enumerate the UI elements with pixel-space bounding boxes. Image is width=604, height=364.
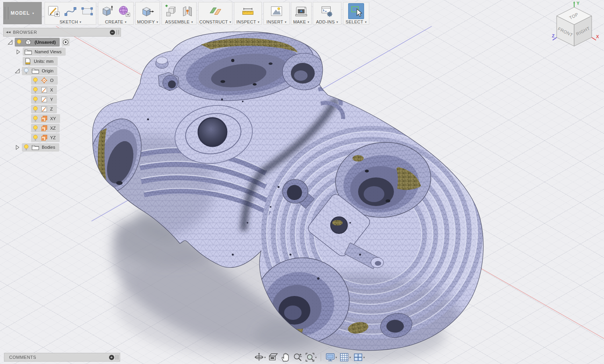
pan-button[interactable] (280, 352, 291, 363)
insert-button[interactable] (269, 3, 284, 19)
create-menu[interactable]: CREATE▾ (105, 19, 127, 24)
chevron-down-icon[interactable]: ▾ (363, 356, 365, 359)
chevron-down-icon[interactable]: ▾ (349, 356, 351, 359)
addins-button[interactable] (319, 3, 335, 19)
addins-menu[interactable]: ADD-INS▾ (316, 19, 338, 24)
tree-row-xy-plane[interactable]: XY (3, 114, 121, 123)
lightbulb-on-icon[interactable] (33, 96, 38, 103)
sketch-panel: SKETCH▾ (45, 2, 96, 25)
press-pull-button[interactable] (140, 3, 156, 19)
comments-panel-header[interactable]: COMMENTS + (4, 353, 120, 362)
expander-closed-icon[interactable] (14, 144, 20, 150)
inspect-panel: INSPECT▾ (234, 2, 262, 25)
lightbulb-on-icon[interactable] (33, 115, 38, 122)
chevron-down-icon[interactable]: ▾ (315, 356, 317, 359)
browser-panel-header[interactable]: ◀◀ BROWSER − (3, 28, 121, 37)
look-at-icon (268, 352, 278, 362)
tree-row-bodies[interactable]: Bodies (3, 142, 121, 152)
new-component-icon (164, 4, 178, 18)
add-comment-icon[interactable]: + (109, 355, 114, 360)
axis-icon (41, 86, 48, 93)
component-icon (24, 39, 32, 46)
expander-open-icon[interactable] (14, 68, 20, 74)
press-pull-icon (140, 4, 155, 18)
collapse-panel-icon[interactable]: ◀◀ (6, 31, 11, 34)
workspace-switcher[interactable]: MODEL ▾ (3, 2, 42, 24)
grid-and-snaps-icon (339, 352, 349, 362)
navbar-divider (321, 353, 321, 361)
zoom-button[interactable] (292, 352, 303, 363)
extrude-button[interactable] (99, 3, 115, 19)
select-button[interactable] (348, 3, 364, 19)
tree-row-y-axis[interactable]: Y (3, 95, 121, 104)
axis-icon (41, 105, 48, 113)
activate-component-radio[interactable] (62, 38, 70, 46)
tree-row-named-views[interactable]: Named Views (3, 47, 121, 56)
lightbulb-on-icon[interactable] (33, 106, 38, 113)
viewports-button[interactable]: ▾ (353, 352, 365, 363)
sketch-menu[interactable]: SKETCH▾ (60, 19, 82, 24)
3d-print-icon (294, 4, 308, 18)
spline-button[interactable] (62, 3, 78, 19)
create-sketch-button[interactable] (46, 3, 62, 19)
make-menu[interactable]: MAKE▾ (293, 19, 310, 24)
make-button[interactable] (293, 3, 309, 19)
view-cube[interactable]: Y Z X TOP FRONT RIGHT (551, 1, 600, 52)
measure-button[interactable] (240, 3, 256, 19)
inspect-menu[interactable]: INSPECT▾ (236, 19, 259, 24)
y-axis-label: Y (577, 1, 580, 6)
addins-panel: ADD-INS▾ (313, 2, 341, 25)
workspace-label: MODEL (11, 10, 30, 16)
lightbulb-on-icon[interactable] (23, 144, 29, 151)
fit-button[interactable]: ▾ (304, 352, 317, 363)
panel-grip[interactable] (117, 30, 119, 35)
lightbulb-off-icon[interactable] (23, 68, 29, 74)
rectangle-button[interactable] (79, 3, 95, 19)
expander-open-icon[interactable] (7, 39, 13, 45)
tree-row-x-axis[interactable]: X (3, 85, 121, 95)
expander-closed-icon[interactable] (15, 49, 21, 55)
panel-grip[interactable] (116, 355, 118, 360)
zoom-icon (292, 352, 303, 362)
new-component-button[interactable] (163, 3, 179, 19)
construct-menu[interactable]: CONSTRUCT▾ (199, 19, 231, 24)
lightbulb-on-icon[interactable] (33, 125, 38, 132)
lightbulb-on-icon[interactable] (33, 77, 38, 84)
construction-plane-button[interactable] (207, 3, 223, 19)
tree-row-document[interactable]: (Unsaved) (3, 37, 121, 47)
minimize-icon[interactable]: − (110, 30, 115, 35)
look-at-button[interactable] (267, 352, 279, 363)
origin-point-icon (41, 77, 48, 84)
modify-menu[interactable]: MODIFY▾ (137, 19, 158, 24)
tree-row-xz-plane[interactable]: XZ (3, 123, 121, 133)
lightbulb-on-icon[interactable] (33, 134, 38, 141)
tree-row-origin[interactable]: Origin (3, 66, 121, 76)
grid-settings-button[interactable]: ▾ (339, 352, 351, 363)
two-point-rectangle-icon (80, 4, 94, 18)
chevron-down-icon[interactable]: ▾ (335, 356, 337, 359)
assemble-menu[interactable]: ASSEMBLE▾ (165, 19, 193, 24)
measure-icon (241, 4, 255, 18)
display-settings-button[interactable]: ▾ (325, 352, 337, 363)
fit-icon (305, 352, 315, 362)
joint-button[interactable] (179, 3, 195, 19)
folder-icon (31, 68, 39, 74)
tree-row-origin-point[interactable]: O (3, 76, 121, 85)
document-name: (Unsaved) (35, 40, 56, 45)
navigation-bar: ▾ ▾ ▾ (253, 351, 365, 363)
chevron-down-icon[interactable]: ▾ (264, 356, 266, 359)
display-settings-icon (325, 352, 335, 362)
joint-icon (180, 4, 195, 18)
toolbar-grip[interactable] (5, 7, 8, 19)
tree-row-z-axis[interactable]: Z (3, 104, 121, 114)
insert-menu[interactable]: INSERT▾ (267, 19, 286, 24)
lightbulb-on-icon[interactable] (33, 87, 38, 93)
lightbulb-on-icon[interactable] (16, 39, 22, 46)
spline-icon (63, 4, 78, 18)
tree-row-units[interactable]: Units: mm (3, 56, 121, 66)
free-orbit-button[interactable]: ▾ (253, 352, 266, 363)
create-form-button[interactable] (116, 3, 132, 19)
tree-row-yz-plane[interactable]: YZ (3, 133, 121, 142)
scripts-addins-icon (320, 4, 334, 18)
select-menu[interactable]: SELECT▾ (346, 19, 367, 24)
